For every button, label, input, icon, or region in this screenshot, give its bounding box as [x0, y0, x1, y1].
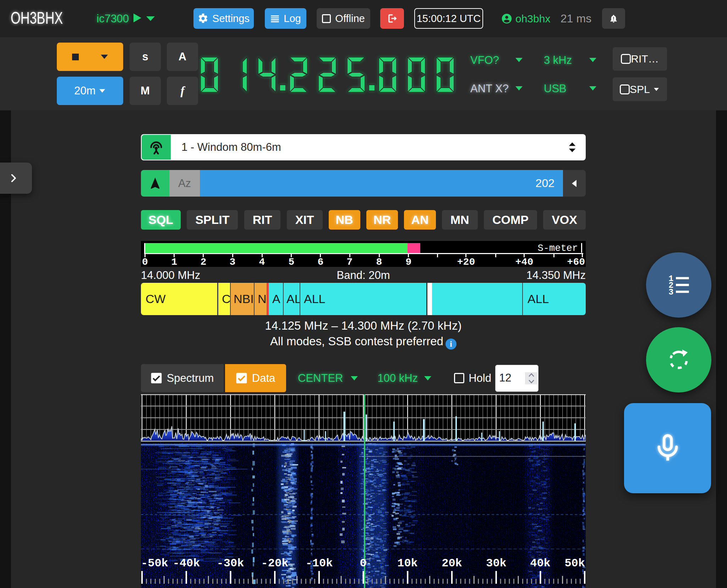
svg-text:20k: 20k: [442, 557, 462, 570]
svg-text:0: 0: [360, 557, 366, 570]
svg-text:-50k: -50k: [141, 557, 168, 570]
svg-text:-40k: -40k: [173, 557, 200, 570]
svg-text:-20k: -20k: [261, 557, 289, 570]
svg-text:30k: 30k: [486, 557, 507, 570]
svg-text:10k: 10k: [397, 557, 418, 570]
svg-text:3: 3: [668, 288, 673, 297]
svg-text:-30k: -30k: [217, 557, 244, 570]
svg-text:-10k: -10k: [306, 557, 333, 570]
svg-text:50k: 50k: [564, 557, 585, 570]
svg-text:40k: 40k: [530, 557, 551, 570]
